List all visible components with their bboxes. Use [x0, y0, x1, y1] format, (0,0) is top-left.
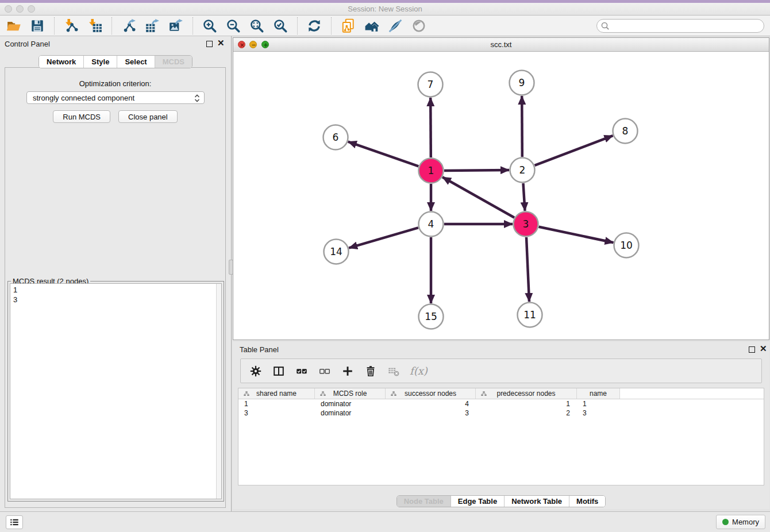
zoom-selected-button[interactable] — [272, 18, 288, 34]
graph-node-10[interactable]: 10 — [614, 233, 639, 258]
graph-node-4[interactable]: 4 — [419, 212, 444, 237]
table-cell[interactable]: dominator — [315, 400, 386, 408]
application-window: Session: New Session Control Panel ✕ Net… — [0, 0, 770, 532]
graph-edge-2-9[interactable] — [522, 96, 522, 157]
table-cell[interactable]: 2 — [476, 409, 577, 417]
zoom-out-button[interactable] — [225, 18, 241, 34]
task-history-button[interactable] — [6, 515, 23, 529]
table-cell[interactable]: 1 — [238, 400, 315, 408]
table-header-row: shared nameMCDS rolesuccessor nodesprede… — [238, 388, 764, 399]
zoom-in-button[interactable] — [202, 18, 218, 34]
graph-node-9[interactable]: 9 — [510, 71, 534, 95]
graph-edge-4-14[interactable] — [349, 228, 418, 248]
show-columns-button[interactable] — [272, 364, 286, 378]
search-box[interactable] — [596, 19, 764, 33]
run-mcds-button[interactable]: Run MCDS — [53, 110, 110, 123]
open-session-button[interactable] — [6, 18, 22, 34]
toolbar-separator — [111, 17, 112, 34]
tab-motifs[interactable]: Motifs — [569, 496, 605, 507]
graph-edge-1-2[interactable] — [444, 170, 509, 171]
float-table-panel-icon[interactable] — [749, 346, 755, 353]
add-column-button[interactable] — [341, 364, 355, 378]
graph-edge-3-10[interactable] — [539, 227, 614, 242]
table-row[interactable]: 3dominator323 — [238, 408, 764, 418]
graph-node-6[interactable]: 6 — [324, 125, 348, 150]
result-scrollbar[interactable] — [216, 284, 221, 499]
graph-node-11[interactable]: 11 — [518, 303, 542, 327]
save-session-button[interactable] — [29, 18, 45, 34]
graph-node-7[interactable]: 7 — [418, 72, 443, 97]
table-cell[interactable]: 4 — [386, 400, 476, 408]
memory-button[interactable]: Memory — [716, 515, 765, 529]
graph-edge-2-8[interactable] — [535, 136, 613, 165]
fx-icon: f(x) — [410, 365, 428, 377]
svg-text:10: 10 — [620, 240, 633, 251]
delete-column-button[interactable] — [364, 364, 378, 378]
graph-edge-3-11[interactable] — [526, 237, 529, 302]
columns-icon — [272, 365, 285, 377]
graph-node-1[interactable]: 1 — [419, 159, 444, 183]
svg-text:14: 14 — [330, 246, 342, 257]
graph-node-15[interactable]: 15 — [419, 304, 444, 329]
refresh-button[interactable] — [306, 18, 322, 34]
column-header-mcds-role[interactable]: MCDS role — [315, 388, 386, 399]
network-canvas[interactable]: 7968124314101511 — [233, 52, 769, 340]
export-network-button[interactable] — [121, 18, 137, 34]
select-all-rows-button[interactable] — [295, 364, 309, 378]
table-cell[interactable]: 1 — [476, 400, 577, 408]
table-cell[interactable]: 3 — [238, 409, 315, 417]
column-header-successor-nodes[interactable]: successor nodes — [386, 388, 476, 399]
zoom-fit-button[interactable] — [249, 18, 265, 34]
criterion-dropdown[interactable]: strongly connected component — [26, 91, 205, 104]
mcds-result-text[interactable]: 1 3 — [10, 283, 222, 499]
graph-node-8[interactable]: 8 — [613, 119, 638, 144]
tab-mcds[interactable]: MCDS — [155, 56, 192, 68]
tab-network-table[interactable]: Network Table — [505, 496, 569, 507]
import-table-button[interactable] — [87, 18, 103, 34]
export-network-icon — [121, 18, 136, 33]
network-view-frame: scc.txt 7968124314101511 — [233, 37, 769, 340]
export-table-button[interactable] — [144, 18, 160, 34]
save-icon — [30, 18, 45, 33]
table-cell[interactable]: 3 — [386, 409, 476, 417]
column-header-name[interactable]: name — [577, 388, 620, 399]
table-settings-button[interactable] — [249, 364, 263, 378]
first-neighbors-button[interactable] — [364, 18, 380, 34]
graphics-details-button[interactable] — [387, 18, 403, 34]
tab-select[interactable]: Select — [117, 56, 155, 68]
graph-edge-3-1[interactable] — [442, 177, 514, 217]
tab-edge-table[interactable]: Edge Table — [451, 496, 505, 507]
column-header-predecessor-nodes[interactable]: predecessor nodes — [476, 388, 577, 399]
import-network-button[interactable] — [63, 18, 79, 34]
tab-style[interactable]: Style — [84, 56, 117, 68]
tab-network[interactable]: Network — [39, 56, 84, 68]
graph-node-3[interactable]: 3 — [514, 212, 538, 237]
network-frame-title: scc.txt — [233, 40, 769, 49]
export-image-button[interactable] — [168, 18, 184, 34]
export-table-icon — [145, 18, 160, 33]
network-graph[interactable]: 7968124314101511 — [233, 52, 769, 340]
zoom-selected-icon — [273, 18, 288, 33]
tab-node-table[interactable]: Node Table — [397, 496, 451, 507]
graph-edge-1-6[interactable] — [348, 142, 419, 167]
close-table-panel-icon[interactable]: ✕ — [760, 344, 767, 353]
graph-edge-2-3[interactable] — [523, 183, 525, 211]
graph-node-14[interactable]: 14 — [324, 240, 349, 264]
duplicate-network-button[interactable] — [340, 18, 356, 34]
table-row[interactable]: 1dominator411 — [238, 399, 764, 408]
search-input[interactable] — [610, 20, 764, 32]
column-header-shared-name[interactable]: shared name — [238, 388, 315, 399]
graph-edge-1-7[interactable] — [430, 98, 431, 157]
svg-text:2: 2 — [519, 164, 526, 176]
table-cell[interactable]: 3 — [577, 409, 620, 417]
table-panel: Table Panel ✕ f(x) shared nameMCDS roles… — [233, 342, 769, 509]
svg-text:7: 7 — [428, 79, 434, 90]
deselect-all-rows-button[interactable] — [318, 364, 332, 378]
table-cell[interactable]: dominator — [315, 409, 386, 417]
close-panel-button[interactable]: Close panel — [118, 110, 178, 123]
main-toolbar — [0, 16, 770, 36]
table-cell[interactable]: 1 — [577, 400, 620, 408]
graph-node-2[interactable]: 2 — [510, 158, 535, 183]
float-panel-icon[interactable] — [206, 41, 213, 47]
close-panel-icon[interactable]: ✕ — [217, 38, 225, 48]
